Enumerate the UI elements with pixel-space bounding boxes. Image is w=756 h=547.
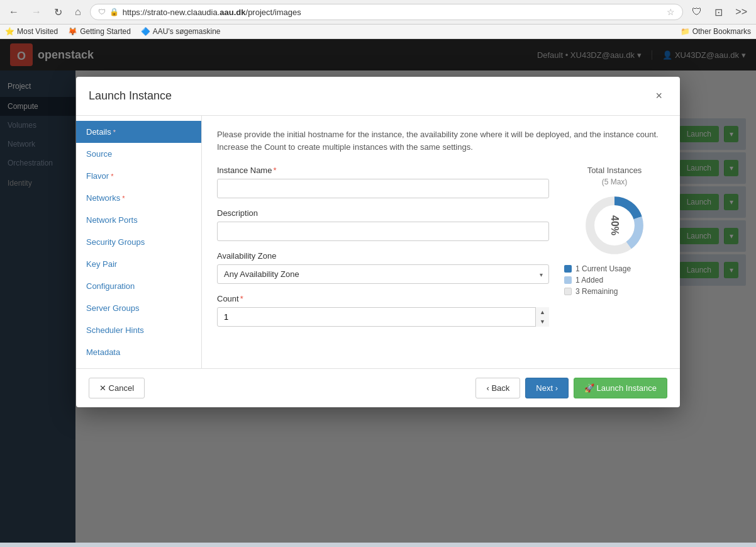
modal-nav-configuration[interactable]: Configuration [76, 275, 201, 297]
modal-close-button[interactable]: × [650, 87, 667, 105]
chart-max-label: (5 Max) [564, 178, 665, 186]
description-input[interactable] [217, 222, 549, 241]
folder-icon: 📁 [681, 27, 690, 36]
reader-mode-icon[interactable]: ⊡ [711, 5, 726, 20]
instance-name-input[interactable] [217, 179, 549, 198]
modal-title: Launch Instance [89, 89, 172, 103]
modal-nav-network-ports[interactable]: Network Ports [76, 209, 201, 231]
bookmark-star-icon[interactable]: ☆ [667, 7, 675, 17]
aau-icon: 🔷 [141, 27, 150, 36]
chart-title: Total Instances [564, 166, 665, 175]
home-button[interactable]: ⌂ [71, 5, 85, 19]
browser-actions: 🛡 ⊡ >> [688, 5, 751, 20]
launch-instance-button[interactable]: 🚀 Launch Instance [574, 378, 667, 398]
forward-button[interactable]: → [28, 5, 45, 19]
legend-dot-added [564, 276, 572, 284]
count-label: Count* [217, 294, 549, 303]
count-input-wrapper: ▲ ▼ [217, 307, 549, 327]
bookmark-aau-search[interactable]: 🔷 AAU's søgemaskine [141, 27, 221, 36]
modal-footer-right: ‹ Back Next › 🚀 Launch Instance [475, 378, 667, 398]
more-tools-icon[interactable]: >> [731, 5, 751, 19]
bookmarks-bar: ⭐ Most Visited 🦊 Getting Started 🔷 AAU's… [0, 25, 756, 39]
count-increment-button[interactable]: ▲ [536, 307, 549, 317]
availability-zone-group: Availability Zone Any Availability Zone … [217, 251, 549, 284]
legend-remaining: 3 Remaining [564, 287, 665, 296]
legend-dot-current [564, 265, 572, 273]
count-group: Count* ▲ ▼ [217, 294, 549, 327]
description-label: Description [217, 208, 549, 218]
donut-percentage-label: 40% [609, 215, 620, 235]
modal-footer-left: ✕ Cancel [89, 378, 145, 398]
availability-zone-select-wrapper: Any Availability Zone nova ▾ [217, 264, 549, 284]
lock-icon: 🔒 [109, 8, 119, 16]
modal-nav-metadata[interactable]: Metadata [76, 341, 201, 363]
modal-overlay: Launch Instance × Details* Source Flavor… [0, 39, 756, 543]
other-bookmarks[interactable]: 📁 Other Bookmarks [681, 27, 751, 36]
modal-header: Launch Instance × [76, 77, 680, 116]
modal-footer: ✕ Cancel ‹ Back Next › 🚀 Launch Instance [76, 368, 680, 407]
firefox-icon: 🦊 [68, 27, 77, 36]
modal-nav-source[interactable]: Source [76, 143, 201, 165]
reload-button[interactable]: ↻ [50, 5, 66, 20]
modal-nav-networks[interactable]: Networks* [76, 187, 201, 209]
modal-description: Please provide the initial hostname for … [217, 128, 665, 153]
modal-nav-scheduler-hints[interactable]: Scheduler Hints [76, 319, 201, 341]
modal-body: Details* Source Flavor* Networks* Networ… [76, 116, 680, 368]
legend-added: 1 Added [564, 276, 665, 285]
modal-nav-details[interactable]: Details* [76, 121, 201, 143]
modal-nav-key-pair[interactable]: Key Pair [76, 253, 201, 275]
form-fields: Instance Name* Description [217, 166, 549, 327]
shield-action-icon[interactable]: 🛡 [688, 5, 706, 19]
donut-chart: 40% [583, 194, 646, 257]
availability-zone-select[interactable]: Any Availability Zone nova [217, 264, 549, 284]
bookmark-most-visited[interactable]: ⭐ Most Visited [5, 27, 58, 36]
legend-current-usage: 1 Current Usage [564, 264, 665, 273]
availability-zone-label: Availability Zone [217, 251, 549, 261]
star-icon: ⭐ [5, 27, 14, 36]
back-button[interactable]: ‹ Back [475, 378, 520, 398]
total-instances-chart: Total Instances (5 Max) [564, 166, 665, 327]
cancel-button[interactable]: ✕ Cancel [89, 378, 145, 398]
page-content: O openstack Default • XU43DZ@aau.dk ▾ 👤 … [0, 39, 756, 543]
instance-name-group: Instance Name* [217, 166, 549, 198]
modal-form-content: Please provide the initial hostname for … [202, 116, 680, 368]
modal-sidebar-nav: Details* Source Flavor* Networks* Networ… [76, 116, 202, 368]
modal-nav-flavor[interactable]: Flavor* [76, 165, 201, 187]
launch-instance-modal: Launch Instance × Details* Source Flavor… [76, 77, 680, 407]
address-bar[interactable]: 🛡 🔒 https://strato-new.claaudia.aau.dk/p… [90, 4, 684, 20]
modal-nav-security-groups[interactable]: Security Groups [76, 231, 201, 253]
instance-name-label: Instance Name* [217, 166, 549, 175]
form-and-chart: Instance Name* Description [217, 166, 665, 327]
description-group: Description [217, 208, 549, 241]
back-button[interactable]: ← [5, 5, 23, 19]
rocket-icon: 🚀 [584, 383, 594, 393]
count-spinners: ▲ ▼ [535, 307, 549, 327]
shield-icon: 🛡 [98, 8, 106, 16]
count-decrement-button[interactable]: ▼ [536, 317, 549, 327]
modal-nav-server-groups[interactable]: Server Groups [76, 297, 201, 319]
bookmark-getting-started[interactable]: 🦊 Getting Started [68, 27, 131, 36]
next-button[interactable]: Next › [525, 378, 569, 398]
chart-legend: 1 Current Usage 1 Added 3 Remaining [564, 264, 665, 296]
url-display: https://strato-new.claaudia.aau.dk/proje… [123, 8, 664, 17]
count-input[interactable] [217, 307, 549, 327]
browser-toolbar: ← → ↻ ⌂ 🛡 🔒 https://strato-new.claaudia.… [0, 0, 756, 25]
legend-dot-remaining [564, 288, 572, 295]
